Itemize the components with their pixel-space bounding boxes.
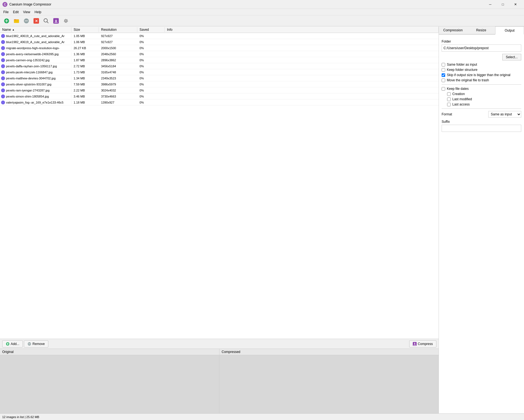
table-row[interactable]: pexels-simon-shim-1805854.jpg 3.46 MB 37…: [0, 93, 439, 99]
table-row[interactable]: valeriyajasim_fog--ar_169_e7e1e133-46c5 …: [0, 99, 439, 105]
select-folder-button[interactable]: Select...: [502, 54, 521, 60]
file-resolution: 927x927: [99, 40, 137, 44]
keep-structure-checkbox[interactable]: [442, 68, 445, 72]
col-header-info[interactable]: Info: [165, 27, 439, 32]
creation-checkbox[interactable]: [447, 92, 451, 96]
table-row[interactable]: pexels-daffa-rayhan-zein-1056117.jpg 2.7…: [0, 63, 439, 69]
keep-dates-section: Keep file dates Creation Last modified L…: [442, 87, 521, 106]
menu-view[interactable]: View: [21, 10, 32, 15]
clear-list-button[interactable]: ✕: [32, 16, 41, 25]
table-row[interactable]: pexels-jacek-mleczek-1166847.jpg 1.73 MB…: [0, 69, 439, 75]
last-access-checkbox[interactable]: [447, 103, 451, 106]
file-name: migrate-wordpress-high-resolution-logo-: [6, 46, 60, 50]
right-tabs: Compression Resize Output: [439, 26, 524, 35]
file-resolution: 3986x5979: [99, 83, 137, 86]
remove-selected-button[interactable]: Remove: [24, 340, 48, 347]
tab-resize[interactable]: Resize: [467, 26, 495, 35]
app-icon: C: [2, 2, 8, 7]
last-access-label: Last access: [452, 102, 470, 106]
creation-row: Creation: [447, 92, 521, 96]
table-row[interactable]: blue1982_40619_A_cute_and_adorable_Ar 1.…: [0, 33, 439, 39]
menubar: File Edit View Help: [0, 9, 524, 15]
settings-button[interactable]: [62, 16, 70, 25]
same-folder-checkbox[interactable]: [442, 63, 445, 66]
format-select[interactable]: Same as input JPEG PNG WebP: [488, 111, 521, 118]
remove-button[interactable]: [22, 16, 31, 25]
skip-if-bigger-checkbox[interactable]: [442, 73, 445, 77]
file-saved: 0%: [137, 77, 165, 80]
compress-button[interactable]: Compress: [409, 340, 436, 347]
original-preview-pane: Original: [0, 349, 219, 420]
table-row[interactable]: pexels-avery-nielsenwebb-2406395.jpg 1.3…: [0, 51, 439, 57]
creation-label: Creation: [452, 92, 465, 96]
keep-dates-checkbox[interactable]: [442, 87, 445, 91]
table-row[interactable]: migrate-wordpress-high-resolution-logo- …: [0, 45, 439, 51]
move-original-label: Move the original file to trash: [447, 78, 489, 82]
svg-rect-24: [28, 344, 30, 344]
svg-rect-4: [6, 19, 7, 22]
col-header-name[interactable]: Name ▲: [0, 27, 71, 32]
original-preview-content: [0, 355, 219, 420]
move-original-checkbox[interactable]: [442, 79, 445, 82]
last-modified-checkbox[interactable]: [447, 98, 451, 101]
minimize-button[interactable]: ─: [484, 0, 497, 9]
file-list-body[interactable]: blue1982_40619_A_cute_and_adorable_Ar 1.…: [0, 33, 439, 339]
left-panel: Name ▲ Size Resolution Saved Info: [0, 26, 439, 420]
tab-output[interactable]: Output: [495, 26, 524, 35]
svg-line-13: [47, 21, 48, 23]
table-row[interactable]: blue1982_40619_A_cute_and_adorable_Ar 1.…: [0, 39, 439, 45]
app-title: Caesium Image Compressor: [9, 2, 484, 6]
folder-section: Folder Select...: [442, 40, 521, 60]
menu-edit[interactable]: Edit: [11, 10, 21, 15]
table-row[interactable]: pexels-carmen-ong-1353242.jpg 1.87 MB 28…: [0, 57, 439, 63]
add-files-button[interactable]: [2, 16, 11, 25]
keep-dates-row: Keep file dates: [442, 87, 521, 91]
file-size: 3.46 MB: [71, 95, 99, 98]
file-name: pexels-matthew-devries-3044702.jpg: [6, 77, 55, 80]
right-content: Folder Select... Same folder as input Ke…: [439, 35, 524, 420]
file-name: pexels-ram-iyengar-2743287.jpg: [6, 89, 49, 92]
download-button[interactable]: [52, 16, 60, 25]
col-header-resolution[interactable]: Resolution: [99, 27, 137, 32]
file-size: 7.59 MB: [71, 83, 99, 86]
file-saved: 0%: [137, 83, 165, 86]
tab-compression[interactable]: Compression: [439, 26, 467, 35]
file-size: 2.22 MB: [71, 89, 99, 92]
compressed-label: Compressed: [219, 349, 439, 355]
menu-help[interactable]: Help: [32, 10, 44, 15]
folder-input[interactable]: [442, 44, 521, 52]
file-resolution: 2048x2560: [99, 52, 137, 56]
file-icon: [1, 58, 5, 62]
maximize-button[interactable]: □: [497, 0, 509, 9]
keep-structure-row: Keep folder structure: [442, 68, 521, 72]
close-button[interactable]: ✕: [509, 0, 522, 9]
open-folder-button[interactable]: [12, 16, 21, 25]
add-button[interactable]: Add...: [2, 340, 23, 347]
col-header-saved[interactable]: Saved: [137, 27, 165, 32]
toolbar: ✕: [0, 15, 524, 26]
menu-file[interactable]: File: [1, 10, 11, 15]
search-button[interactable]: [42, 16, 51, 25]
file-saved: 0%: [137, 34, 165, 38]
file-size: 26.27 KB: [71, 46, 99, 50]
divider-2: [442, 109, 521, 109]
file-size: 2.72 MB: [71, 65, 99, 68]
file-icon: [1, 34, 5, 38]
file-name: pexels-oliver-sjöström-931007.jpg: [6, 83, 51, 86]
table-row[interactable]: pexels-matthew-devries-3044702.jpg 1.34 …: [0, 75, 439, 81]
col-header-size[interactable]: Size: [71, 27, 99, 32]
file-resolution: 3165x4748: [99, 71, 137, 74]
file-size: 1.18 MB: [71, 101, 99, 104]
options-section: Same folder as input Keep folder structu…: [442, 63, 521, 82]
last-modified-label: Last modified: [452, 97, 472, 101]
suffix-input[interactable]: [442, 125, 521, 132]
file-saved: 0%: [137, 46, 165, 50]
file-icon: [1, 101, 5, 104]
svg-rect-22: [7, 343, 8, 345]
table-row[interactable]: pexels-ram-iyengar-2743287.jpg 2.22 MB 3…: [0, 87, 439, 93]
file-resolution: 2349x3523: [99, 77, 137, 80]
file-name: blue1982_40619_A_cute_and_adorable_Ar: [6, 40, 65, 44]
file-resolution: 2000x1500: [99, 46, 137, 50]
table-row[interactable]: pexels-oliver-sjöström-931007.jpg 7.59 M…: [0, 81, 439, 87]
svg-point-12: [44, 18, 48, 22]
